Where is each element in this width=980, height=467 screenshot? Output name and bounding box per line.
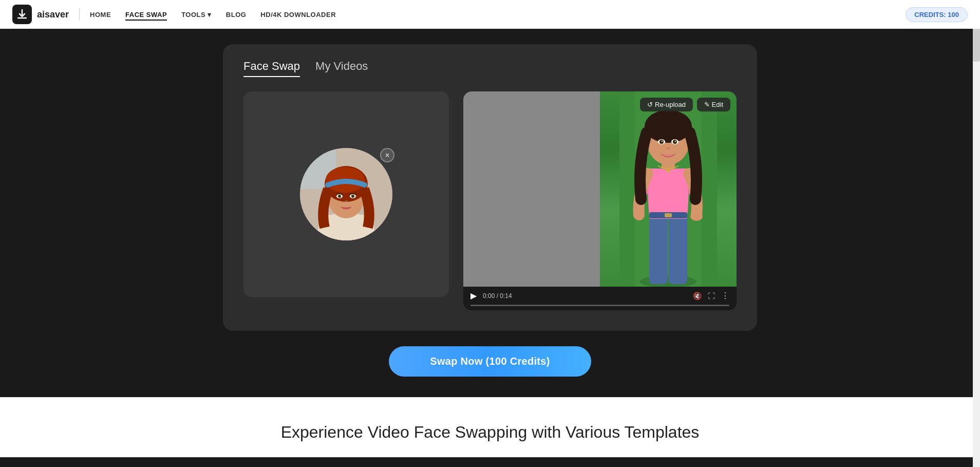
credits-badge[interactable]: CREDITS: 100 bbox=[906, 7, 968, 22]
nav-downloader[interactable]: HD/4K DOWNLOADER bbox=[260, 10, 336, 19]
panels: × ↺ Re-upload ✎ Edit bbox=[243, 91, 737, 310]
nav-home[interactable]: HOME bbox=[90, 10, 111, 19]
svg-point-22 bbox=[645, 110, 692, 143]
progress-bar[interactable] bbox=[470, 305, 729, 306]
face-circle-container: × bbox=[300, 148, 392, 240]
tab-face-swap[interactable]: Face Swap bbox=[243, 60, 300, 77]
nav-links: HOME FACE SWAP TOOLS ▾ BLOG HD/4K DOWNLO… bbox=[90, 10, 336, 19]
tab-my-videos[interactable]: My Videos bbox=[315, 60, 368, 77]
nav-face-swap[interactable]: FACE SWAP bbox=[125, 10, 167, 19]
svg-point-19 bbox=[690, 212, 703, 221]
face-remove-button[interactable]: × bbox=[380, 148, 394, 162]
svg-point-28 bbox=[675, 141, 676, 142]
bottom-title: Experience Video Face Swapping with Vari… bbox=[10, 423, 970, 442]
video-progress[interactable] bbox=[463, 305, 737, 310]
video-display bbox=[463, 91, 737, 287]
video-frame bbox=[463, 91, 737, 287]
nav-tools[interactable]: TOOLS ▾ bbox=[181, 11, 212, 18]
close-icon: × bbox=[385, 152, 389, 159]
video-overlay-buttons: ↺ Re-upload ✎ Edit bbox=[640, 98, 730, 111]
svg-rect-31 bbox=[665, 213, 672, 217]
main-area: Face Swap My Videos bbox=[0, 29, 980, 397]
svg-point-10 bbox=[338, 195, 341, 198]
video-right bbox=[600, 91, 737, 287]
nav-blog[interactable]: BLOG bbox=[226, 10, 247, 19]
swap-now-button[interactable]: Swap Now (100 Credits) bbox=[389, 346, 591, 377]
play-button[interactable]: ▶ bbox=[470, 291, 477, 301]
video-panel: ↺ Re-upload ✎ Edit bbox=[463, 91, 737, 310]
svg-point-11 bbox=[351, 195, 354, 198]
video-controls: ▶ 0:00 / 0:14 🔇 ⛶ ⋮ bbox=[463, 287, 737, 305]
tabs: Face Swap My Videos bbox=[243, 60, 737, 77]
more-options-button[interactable]: ⋮ bbox=[721, 291, 729, 301]
navbar: aisaver HOME FACE SWAP TOOLS ▾ BLOG HD/4… bbox=[0, 0, 980, 29]
face-preview bbox=[300, 148, 392, 240]
edit-button[interactable]: ✎ Edit bbox=[697, 98, 730, 111]
mute-button[interactable]: 🔇 bbox=[693, 292, 702, 300]
svg-rect-3 bbox=[323, 215, 369, 240]
logo-icon bbox=[12, 5, 32, 24]
fullscreen-button[interactable]: ⛶ bbox=[708, 292, 715, 300]
svg-rect-15 bbox=[649, 215, 668, 284]
video-time: 0:00 / 0:14 bbox=[483, 292, 512, 300]
logo-text: aisaver bbox=[37, 9, 69, 20]
svg-point-29 bbox=[667, 170, 670, 173]
logo-area: aisaver bbox=[12, 5, 69, 24]
reupload-button[interactable]: ↺ Re-upload bbox=[640, 98, 693, 111]
person-silhouette bbox=[600, 91, 737, 287]
scrollbar-track[interactable] bbox=[973, 0, 980, 467]
nav-divider bbox=[79, 8, 80, 21]
svg-point-27 bbox=[662, 141, 663, 142]
main-card: Face Swap My Videos bbox=[223, 44, 757, 331]
swap-button-container: Swap Now (100 Credits) bbox=[0, 346, 980, 377]
svg-rect-16 bbox=[669, 215, 687, 284]
face-upload-panel[interactable]: × bbox=[243, 91, 449, 297]
bottom-section: Experience Video Face Swapping with Vari… bbox=[0, 397, 980, 457]
video-left bbox=[463, 91, 600, 287]
